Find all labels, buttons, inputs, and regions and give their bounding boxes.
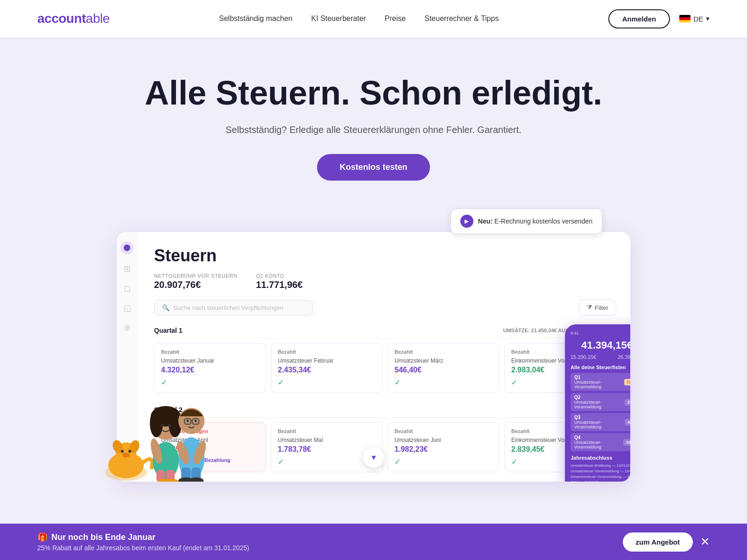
sidebar: ⊞ ◻ ◱ ⊕ [117, 232, 137, 482]
card-amount: 2.435,34€ [278, 366, 376, 374]
card-status: Bezahlt [278, 428, 376, 434]
card-label: Umsatzsteuer März [395, 357, 493, 364]
dashboard-title: Steuern [154, 246, 303, 266]
avatar-icon [120, 241, 134, 254]
dashboard-title-area: Steuern Nettogebühr vor Steuern 20.907,7… [154, 246, 303, 290]
dashboard-header: Steuern Nettogebühr vor Steuern 20.907,7… [154, 246, 616, 290]
nav-link-preise[interactable]: Preise [385, 14, 406, 22]
phone-mockup: 9:41 ▪▪▪ 41.394,15€ 15.390,15€ 26.390,15… [565, 324, 630, 482]
phone-annual-row-2: Gewerbesteuer-Voranmeldung — 13/01/23 [571, 475, 630, 479]
language-switcher[interactable]: DE ▾ [679, 14, 710, 23]
meta-q2konto-value: 11.771,96€ [256, 280, 303, 290]
nav-item-ki[interactable]: KI Steuerberater [311, 14, 366, 23]
logo-suffix: able [86, 11, 110, 26]
nav-item-selbststaendig[interactable]: Selbstständig machen [219, 14, 292, 23]
meta-nettogeb-label: Nettogebühr vor Steuern [154, 273, 237, 279]
card-label: Umsatzsteuer Februar [278, 357, 376, 364]
phone-sub-amount-1: 15.390,15€ [571, 354, 596, 360]
sidebar-icon-1: ⊞ [124, 264, 131, 274]
dashboard-preview: ▶ Neu: E-Rechnung kostenlos versenden ⊞ … [117, 209, 630, 482]
card-action[interactable]: Überprüfung und Bezahlung [161, 457, 259, 463]
close-banner-button[interactable]: ✕ [700, 536, 710, 547]
lang-code: DE [693, 15, 703, 23]
card-status: Bezahlt [278, 349, 376, 355]
nav-links: Selbstständig machen KI Steuerberater Pr… [219, 14, 499, 23]
banner-emoji: 🎁 [37, 532, 48, 542]
hero-title: Alle Steuern. Schon erledigt. [145, 75, 602, 112]
meta-nettogeb: Nettogebühr vor Steuern 20.907,76€ [154, 271, 237, 290]
login-button[interactable]: Anmelden [608, 9, 670, 28]
phone-annual-rows: Umsatzsteuer-Erklärung — 13/01/23 Umsatz… [571, 463, 630, 482]
phone-rows: Q1 Umsatzsteuer-Voranmeldung fällig Q2 U… [571, 373, 630, 451]
phone-badge-q4: 01/2€ [623, 439, 630, 446]
card-label: Umsatzsteuer Juni [395, 437, 493, 443]
phone-annual-title: Jahresabschluss [571, 455, 630, 461]
nav-item-preise[interactable]: Preise [385, 14, 406, 23]
phone-row-q4: Q4 Umsatzsteuer-Voranmeldung 01/2€ [571, 433, 630, 451]
nav-link-ki[interactable]: KI Steuerberater [311, 14, 366, 22]
phone-sub-amounts: 15.390,15€ 26.390,15€ [571, 354, 630, 360]
search-input[interactable]: 🔍 Suche nach steuerlichen Verpflichtunge… [154, 300, 313, 315]
phone-annual-row-1: Umsatzsteuer-Voranmeldung — 13/01/23 [571, 469, 630, 473]
phone-row-q1: Q1 Umsatzsteuer-Voranmeldung fällig [571, 373, 630, 391]
dashboard-card: ⊞ ◻ ◱ ⊕ Steuern Nettogebühr vor Steuern … [117, 232, 630, 482]
nav-right: Anmelden DE ▾ [608, 9, 710, 28]
filter-label: Filter [595, 304, 608, 311]
chevron-down-icon: ▾ [706, 14, 710, 23]
new-feature-badge[interactable]: ▶ Neu: E-Rechnung kostenlos versenden [451, 209, 602, 234]
check-icon: ✓ [395, 378, 493, 387]
card-amount: 546,40€ [395, 366, 493, 374]
phone-row-q3-label: Q3 Umsatzsteuer-Voranmeldung [574, 415, 625, 429]
hero-section: Alle Steuern. Schon erledigt. Selbststän… [0, 37, 747, 482]
sidebar-icon-2: ◻ [124, 283, 131, 294]
card-label: Umsatzsteuer April [161, 437, 259, 443]
tax-card-q1-jan: Bezahlt Umsatzsteuer Januar 4.320,12€ ✓ [154, 343, 266, 393]
scroll-indicator[interactable]: ▾ [363, 447, 384, 468]
check-icon: ✓ [278, 457, 376, 466]
dashboard-meta: Nettogebühr vor Steuern 20.907,76€ Q2 Ko… [154, 271, 303, 290]
card-status: Bezahlt [395, 349, 493, 355]
tax-card-q1-feb: Bezahlt Umsatzsteuer Februar 2.435,34€ ✓ [271, 343, 383, 393]
phone-section-title: Alle deine Steuerfisten [571, 364, 630, 370]
meta-q2konto: Q2 Konto 11.771,96€ [256, 271, 303, 290]
quarter-1-cards: Bezahlt Umsatzsteuer Januar 4.320,12€ ✓ … [154, 343, 616, 393]
card-status: Bezahlt [161, 349, 259, 355]
tax-card-q2-jun: Bezahlt Umsatzsteuer Juni 1.982,23€ ✓ [388, 422, 500, 472]
card-label: Umsatzsteuer Januar [161, 357, 259, 364]
quarter-2-header: Quartal 2 [154, 402, 616, 418]
card-amount: 1.982,23€ [395, 445, 493, 454]
phone-badge-q2: 2787 [625, 399, 630, 406]
quarter-1-section: Quartal 1 UMSÄTZE: 21.450,34€ AUSGABEN: … [154, 323, 616, 393]
nav-link-selbststaendig[interactable]: Selbstständig machen [219, 14, 292, 22]
scroll-down-icon: ▾ [372, 452, 376, 462]
sidebar-icon-3: ◱ [123, 303, 131, 313]
nav-link-steuerrechner[interactable]: Steuerrechner & Tipps [424, 14, 499, 22]
banner-left: 🎁 Nur noch bis Ende Januar 25% Rabatt au… [37, 532, 249, 552]
logo[interactable]: accountable [37, 11, 110, 26]
card-amount: 4.320,12€ [161, 366, 259, 374]
phone-row-q2-label: Q2 Umsatzsteuer-Voranmeldung [574, 395, 625, 409]
nav-item-steuerrechner[interactable]: Steuerrechner & Tipps [424, 14, 499, 23]
check-icon: ✓ [278, 378, 376, 387]
cta-button[interactable]: Kostenlos testen [317, 154, 430, 181]
german-flag-icon [679, 15, 691, 22]
filter-icon: ⧩ [587, 304, 592, 311]
offer-button[interactable]: zum Angebot [623, 532, 693, 552]
phone-row-q2: Q2 Umsatzsteuer-Voranmeldung 2787 [571, 393, 630, 411]
filter-button[interactable]: ⧩ Filter [579, 300, 616, 315]
phone-status-bar: 9:41 ▪▪▪ [571, 331, 630, 336]
phone-annual-section: Jahresabschluss Umsatzsteuer-Erklärung —… [571, 455, 630, 482]
sidebar-icon-4: ⊕ [124, 322, 131, 333]
banner-title-text: Nur noch bis Ende Januar [51, 532, 155, 542]
badge-label: E-Rechnung kostenlos versenden [494, 217, 592, 225]
banner-title: 🎁 Nur noch bis Ende Januar [37, 532, 249, 542]
quarter-1-header: Quartal 1 UMSÄTZE: 21.450,34€ AUSGABEN: … [154, 323, 616, 338]
navbar: accountable Selbstständig machen KI Steu… [0, 0, 747, 37]
card-label: Umsatzsteuer Mai [278, 437, 376, 443]
tax-card-q2-apr: Fällig seit 18 Tagen Umsatzsteuer April … [154, 422, 266, 472]
card-status: Bezahlt [395, 428, 493, 434]
badge-text: Neu: E-Rechnung kostenlos versenden [478, 217, 592, 225]
logo-prefix: account [37, 11, 86, 26]
badge-play-icon: ▶ [460, 215, 473, 228]
hero-subtitle: Selbstständig? Erledige alle Steuererklä… [226, 125, 521, 135]
